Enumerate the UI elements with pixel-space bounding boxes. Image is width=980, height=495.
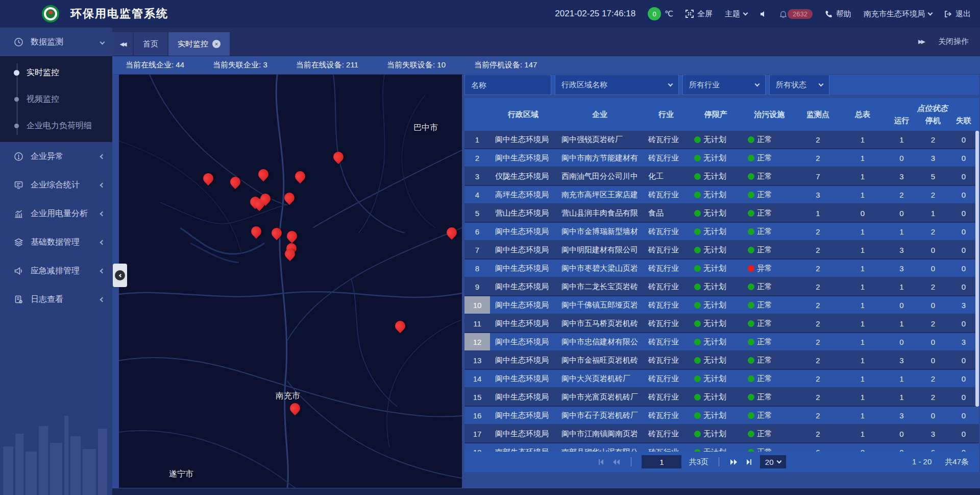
pollution-facility-text: 正常 [757, 374, 772, 384]
sidebar-group-label: 企业异常 [31, 151, 63, 162]
next-page-button[interactable] [729, 458, 738, 466]
temperature: 0 ℃ [648, 7, 673, 20]
content-area: 巴中市 南充市 遂宁市 [112, 75, 980, 494]
help-button[interactable]: 帮助 [825, 9, 851, 19]
cell-total-meter: 0 [840, 443, 886, 452]
col-header-region: 行政区域 [490, 98, 556, 131]
stat-label: 当前失联设备: [387, 60, 435, 69]
table-row[interactable]: 5 营山生态环境局 营山县润丰肉食品有限 食品 无计划 正常 [464, 204, 979, 223]
cell-running: 3 [886, 351, 918, 369]
sidebar-group-log[interactable]: 日志查看 [0, 285, 112, 314]
col-header-pollution-facility: 治污设施 [743, 98, 796, 131]
stop-production-text: 无计划 [703, 172, 726, 181]
cell-industry: 砖瓦行业 [643, 333, 689, 350]
sidebar: 数据监测 实时监控 视频监控 企业电力负荷明细 企业异常 [0, 28, 112, 495]
tabs-scroll-right-button[interactable]: ▶▶ [918, 38, 924, 45]
sidebar-item-power-load-detail[interactable]: 企业电力负荷明细 [0, 112, 112, 139]
user-dropdown[interactable]: 南充市生态环境局 [864, 9, 932, 19]
sidebar-submenu: 实时监控 视频监控 企业电力负荷明细 [0, 56, 112, 142]
temperature-unit: ℃ [665, 9, 673, 18]
tab-home[interactable]: 首页 [134, 32, 167, 56]
last-page-button[interactable] [745, 458, 753, 466]
table-row[interactable]: 9 阆中生态环境局 阆中市二龙长宝页岩砖 砖瓦行业 无计划 正常 [464, 278, 979, 296]
sidebar-group-power-analysis[interactable]: 企业用电量分析 [0, 199, 112, 228]
sidebar-group-label: 应急减排管理 [31, 266, 80, 276]
sound-button[interactable] [760, 10, 767, 18]
theme-dropdown[interactable]: 主题 [725, 9, 747, 19]
table-row[interactable]: 16 阆中生态环境局 阆中市石子页岩机砖厂 砖瓦行业 无计划 正常 [464, 407, 979, 425]
stop-production-text: 无计划 [703, 447, 726, 452]
name-filter-field[interactable] [464, 75, 551, 95]
status-dot-icon [694, 339, 701, 345]
cell-monitor-points: 2 [796, 333, 840, 350]
name-filter-input[interactable] [471, 81, 545, 89]
logout-button[interactable]: 退出 [944, 9, 971, 19]
tab-realtime-monitor[interactable]: 实时监控 × [168, 32, 230, 56]
city-skyline-watermark [0, 398, 112, 495]
sidebar-group-data-monitor[interactable]: 数据监测 [0, 28, 112, 56]
page-number-input[interactable] [642, 455, 681, 468]
fullscreen-button[interactable]: 全屏 [685, 9, 713, 19]
table-row[interactable]: 14 阆中生态环境局 阆中大兴页岩机砖厂 砖瓦行业 无计划 正常 [464, 370, 979, 388]
status-dot-icon [694, 228, 701, 235]
pollution-facility-text: 正常 [757, 429, 772, 439]
row-index: 15 [464, 388, 490, 406]
previous-page-button[interactable] [612, 458, 621, 466]
cell-stopped: 0 [918, 260, 948, 277]
cell-running: 3 [886, 407, 918, 424]
notifications[interactable]: 2632 [779, 9, 813, 19]
pagination-summary: 1 - 20 共47条 [912, 457, 972, 467]
table-row[interactable]: 3 仪陇生态环境局 西南油气田分公司川中 化工 无计划 正常 [464, 168, 979, 186]
tabs-scroll-left-button[interactable]: ◀◀ [112, 32, 133, 56]
status-dot-icon [748, 247, 754, 253]
cell-pollution-facility: 正常 [743, 315, 796, 332]
stat-label: 当前停机设备: [474, 60, 522, 69]
table-row[interactable]: 12 阆中生态环境局 阆中市忠信建材有限公 砖瓦行业 无计划 正常 [464, 333, 979, 351]
tab-close-icon[interactable]: × [212, 40, 220, 48]
table-row[interactable]: 11 阆中生态环境局 阆中市五马桥页岩机砖 砖瓦行业 无计划 正常 [464, 315, 979, 333]
industry-filter-select[interactable]: 所有行业 [682, 75, 766, 95]
stat-label: 当前在线企业: [126, 60, 174, 69]
row-index: 10 [464, 296, 490, 314]
sidebar-item-realtime-monitor[interactable]: 实时监控 [0, 59, 112, 86]
table-scrollbar[interactable] [975, 131, 979, 452]
total-pages-label: 共3页 [689, 457, 708, 467]
table-row[interactable]: 17 阆中生态环境局 阆中市江南镇阆南页岩 砖瓦行业 无计划 正常 [464, 425, 979, 443]
scrollbar-thumb[interactable] [975, 131, 979, 407]
row-index: 13 [464, 351, 490, 369]
status-filter-value: 所有状态 [776, 80, 806, 90]
table-row[interactable]: 2 阆中生态环境局 阆中市南方节能建材有 砖瓦行业 无计划 正常 [464, 149, 979, 168]
table-row[interactable]: 18 南部生态环境局 南部县砌华山泥有限公 砖瓦行业 无计划 正常 [464, 443, 979, 452]
table-row[interactable]: 6 阆中生态环境局 阆中市金博瑞新型墙材 砖瓦行业 无计划 正常 [464, 223, 979, 241]
cell-stop-production: 无计划 [689, 204, 743, 222]
status-dot-icon [694, 155, 701, 161]
sidebar-group-base-data[interactable]: 基础数据管理 [0, 228, 112, 256]
table-row[interactable]: 4 高坪生态环境局 南充市高坪区王家店建 砖瓦行业 无计划 正常 [464, 186, 979, 204]
sidebar-group-emergency[interactable]: 应急减排管理 [0, 256, 112, 285]
status-filter-select[interactable]: 所有状态 [769, 75, 829, 95]
table-row[interactable]: 1 阆中生态环境局 阆中强锐页岩砖厂 砖瓦行业 无计划 正常 [464, 131, 979, 149]
table-row[interactable]: 10 阆中生态环境局 阆中千佛镇五郎垭页岩 砖瓦行业 无计划 正常 [464, 296, 979, 315]
table-row[interactable]: 8 阆中生态环境局 阆中市枣碧大梁山页岩 砖瓦行业 无计划 异常 [464, 260, 979, 278]
table-row[interactable]: 15 阆中生态环境局 阆中市光富页岩机砖厂 砖瓦行业 无计划 正常 [464, 388, 979, 407]
cell-pollution-facility: 正常 [743, 223, 796, 240]
cell-offline: 0 [948, 315, 979, 332]
cell-stopped: 2 [918, 388, 948, 406]
status-dot-icon [694, 192, 701, 198]
table-row[interactable]: 13 阆中生态环境局 阆中市金福旺页岩机砖 砖瓦行业 无计划 正常 [464, 351, 979, 370]
sidebar-group-company-abnormal[interactable]: 企业异常 [0, 142, 112, 171]
map-collapse-button[interactable] [113, 264, 127, 287]
cell-stop-production: 无计划 [689, 388, 743, 406]
region-filter-select[interactable]: 行政区域名称 [555, 75, 679, 95]
cell-stop-production: 无计划 [689, 296, 743, 314]
first-page-button[interactable] [597, 458, 605, 466]
cell-company: 阆中市枣碧大梁山页岩 [556, 260, 643, 277]
cell-industry: 食品 [643, 204, 689, 222]
page-size-select[interactable]: 20 [760, 455, 787, 468]
table-row[interactable]: 7 阆中生态环境局 阆中明阳建材有限公司 砖瓦行业 无计划 正常 [464, 241, 979, 260]
sidebar-item-video-monitor[interactable]: 视频监控 [0, 86, 112, 112]
close-operations-button[interactable]: 关闭操作 [938, 37, 969, 46]
row-index: 2 [464, 149, 490, 167]
stop-production-text: 无计划 [703, 190, 726, 200]
sidebar-group-company-stats[interactable]: 企业综合统计 [0, 171, 112, 199]
